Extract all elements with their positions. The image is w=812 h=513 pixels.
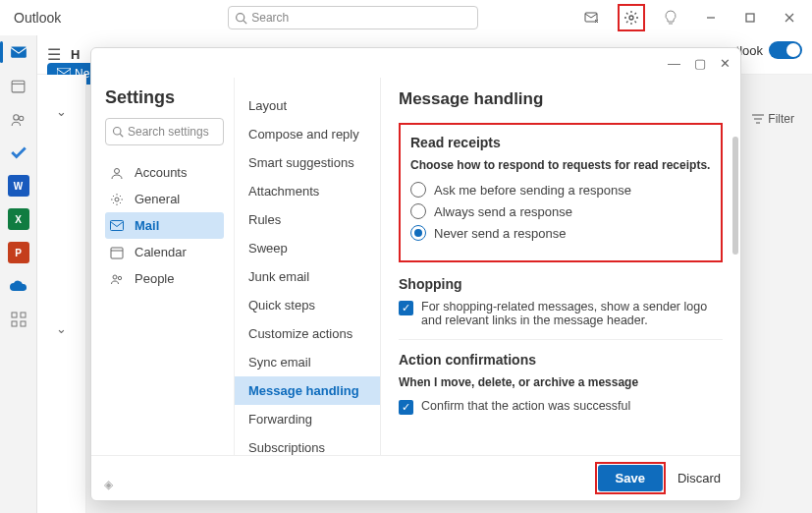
settings-search-input[interactable]: Search settings (105, 118, 224, 145)
svg-point-24 (115, 168, 120, 173)
radio-icon (410, 203, 426, 219)
nav-people[interactable]: People (105, 265, 224, 292)
lightbulb-icon[interactable] (657, 4, 684, 31)
subnav-smart[interactable]: Smart suggestions (235, 148, 380, 177)
rail-excel-icon[interactable]: X (8, 208, 29, 230)
action-checkbox-row[interactable]: ✓ Confirm that the action was successful (399, 399, 723, 415)
subnav-quick[interactable]: Quick steps (235, 291, 380, 319)
settings-title: Settings (105, 87, 224, 108)
rail-todo-icon[interactable] (8, 142, 29, 163)
window-controls (696, 4, 804, 31)
rail-selection-indicator (0, 41, 3, 63)
radio-icon (410, 182, 426, 198)
dialog-close-button[interactable]: ✕ (720, 56, 731, 71)
chevron-down-icon[interactable]: ⌄ (56, 321, 67, 336)
discard-button[interactable]: Discard (677, 471, 721, 485)
rail-powerpoint-icon[interactable]: P (8, 242, 29, 263)
premium-diamond-icon[interactable]: ◈ (104, 478, 113, 491)
app-title: Outlook (14, 10, 61, 26)
subnav-customize[interactable]: Customize actions (235, 319, 380, 348)
filter-icon (752, 114, 764, 124)
minimize-button[interactable] (696, 4, 726, 31)
shopping-checkbox-row[interactable]: ✓ For shopping-related messages, show a … (399, 300, 723, 327)
content-heading: Message handling (399, 89, 723, 109)
read-receipts-section: Read receipts Choose how to respond to r… (399, 123, 723, 262)
subnav-sync[interactable]: Sync email (235, 348, 380, 376)
svg-rect-17 (21, 321, 26, 326)
dialog-minimize-button[interactable]: — (668, 56, 680, 71)
subnav-junk[interactable]: Junk email (235, 262, 380, 291)
search-placeholder: Search (251, 11, 289, 25)
checkbox-icon: ✓ (399, 301, 413, 315)
rail-mail-icon[interactable] (8, 41, 29, 63)
svg-rect-15 (21, 313, 26, 317)
filter-label: Filter (768, 112, 794, 126)
rail-onedrive-icon[interactable] (8, 275, 29, 297)
action-title: Action confirmations (399, 352, 723, 368)
svg-point-13 (20, 116, 24, 120)
nav-label: Accounts (135, 165, 187, 180)
rail-people-icon[interactable] (8, 108, 29, 130)
action-confirmations-section: Action confirmations When I move, delete… (399, 352, 723, 415)
svg-rect-16 (12, 321, 17, 326)
subnav-compose[interactable]: Compose and reply (235, 120, 380, 148)
maximize-button[interactable] (735, 4, 765, 31)
subnav-message-handling[interactable]: Message handling (235, 376, 380, 405)
titlebar-actions (578, 4, 684, 31)
gear-icon (109, 193, 125, 206)
chevron-down-icon[interactable]: ⌄ (56, 104, 67, 119)
settings-search-placeholder: Search settings (128, 125, 209, 139)
message-action-icon[interactable] (578, 4, 606, 31)
scrollbar[interactable] (732, 137, 738, 255)
settings-subnav: Layout Compose and reply Smart suggestio… (234, 78, 381, 455)
subnav-rules[interactable]: Rules (235, 205, 380, 234)
folder-pane-collapsed: ⌄ ⌄ (37, 75, 86, 513)
search-input[interactable]: Search (228, 6, 478, 29)
filter-button[interactable]: Filter (752, 112, 794, 126)
settings-gear-icon[interactable] (618, 4, 645, 31)
radio-ask-before[interactable]: Ask me before sending a response (410, 182, 711, 198)
read-receipts-desc: Choose how to respond to requests for re… (410, 158, 711, 172)
nav-accounts[interactable]: Accounts (105, 159, 224, 186)
subnav-sweep[interactable]: Sweep (235, 234, 380, 262)
new-outlook-toggle[interactable] (769, 41, 802, 59)
settings-content: Message handling Read receipts Choose ho… (381, 78, 740, 455)
svg-line-23 (120, 134, 123, 137)
radio-label: Never send a response (434, 226, 566, 241)
svg-rect-10 (12, 81, 25, 92)
calendar-icon (109, 246, 125, 259)
rail-more-apps-icon[interactable] (8, 309, 29, 330)
svg-point-29 (113, 275, 117, 279)
svg-rect-27 (111, 248, 123, 258)
close-button[interactable] (775, 4, 804, 31)
hamburger-icon[interactable]: ☰ (47, 45, 61, 64)
search-icon (235, 12, 247, 25)
nav-label: Mail (135, 218, 159, 233)
radio-label: Ask me before sending a response (434, 183, 631, 198)
rail-word-icon[interactable]: W (8, 175, 29, 197)
mail-icon (109, 220, 125, 232)
subnav-subscriptions[interactable]: Subscriptions (235, 433, 380, 455)
radio-icon (410, 225, 426, 241)
home-label: H (71, 47, 80, 62)
save-button[interactable]: Save (598, 465, 663, 491)
settings-nav: Settings Search settings Accounts Genera… (91, 78, 234, 455)
svg-rect-9 (11, 46, 27, 57)
dialog-maximize-button[interactable]: ▢ (694, 56, 706, 71)
checkbox-label: Confirm that the action was successful (421, 399, 630, 413)
radio-always-send[interactable]: Always send a response (410, 203, 711, 219)
rail-calendar-icon[interactable] (8, 75, 29, 96)
app-rail: W X P (0, 35, 37, 513)
subnav-layout[interactable]: Layout (235, 91, 380, 120)
svg-point-3 (629, 16, 633, 20)
svg-point-12 (14, 114, 19, 119)
nav-calendar[interactable]: Calendar (105, 239, 224, 265)
nav-label: General (135, 192, 180, 206)
nav-mail[interactable]: Mail (105, 212, 224, 239)
dialog-titlebar: — ▢ ✕ (91, 48, 740, 78)
subnav-forwarding[interactable]: Forwarding (235, 405, 380, 433)
subnav-attachments[interactable]: Attachments (235, 177, 380, 205)
checkbox-icon: ✓ (399, 400, 413, 415)
nav-general[interactable]: General (105, 186, 224, 212)
radio-never-send[interactable]: Never send a response (410, 225, 711, 241)
